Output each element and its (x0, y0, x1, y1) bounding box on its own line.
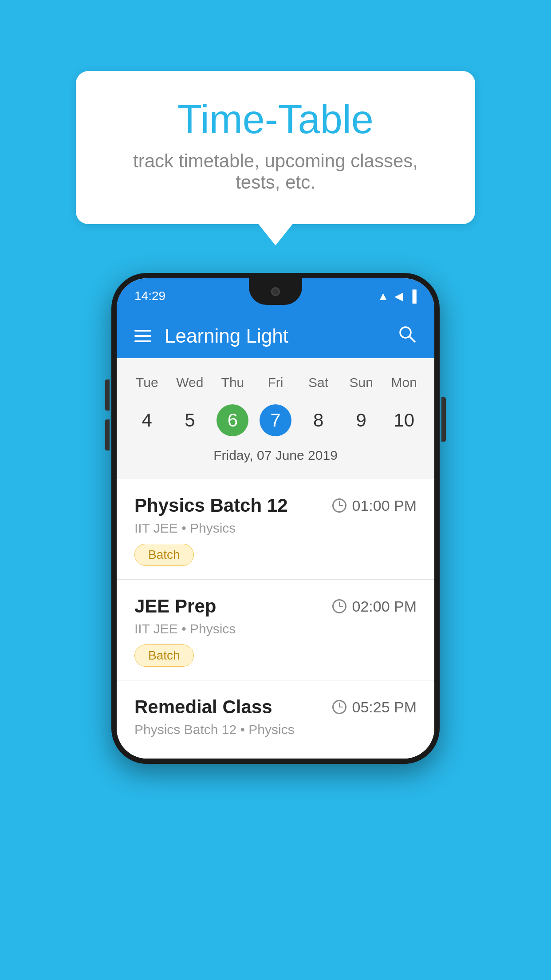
schedule-title-1: Physics Batch 12 (134, 495, 288, 516)
svg-line-1 (409, 336, 415, 342)
date-10[interactable]: 10 (382, 403, 425, 438)
day-sun: Sun (340, 371, 383, 394)
schedule-time-3: 05:25 PM (332, 699, 417, 716)
time-label-1: 01:00 PM (352, 497, 417, 514)
days-row: Tue Wed Thu Fri Sat Sun Mon (117, 367, 434, 398)
clock-icon-2 (332, 599, 346, 613)
date-selected-circle[interactable]: 7 (260, 404, 291, 436)
search-button[interactable] (397, 324, 417, 348)
date-5[interactable]: 5 (169, 403, 212, 438)
day-mon: Mon (382, 371, 425, 394)
schedule-meta-1: IIT JEE • Physics (134, 521, 417, 536)
batch-badge-2: Batch (134, 644, 194, 667)
menu-button[interactable] (134, 330, 151, 342)
power-button[interactable] (441, 397, 446, 442)
schedule-time-1: 01:00 PM (332, 497, 417, 514)
date-9[interactable]: 9 (340, 403, 383, 438)
speech-bubble: Time-Table track timetable, upcoming cla… (76, 71, 475, 224)
day-fri: Fri (254, 371, 297, 394)
clock-icon-3 (332, 700, 346, 714)
schedule-title-3: Remedial Class (134, 696, 272, 718)
time-label-2: 02:00 PM (352, 598, 417, 615)
volume-down-button[interactable] (105, 419, 110, 450)
calendar: Tue Wed Thu Fri Sat Sun Mon 4 5 6 7 (117, 358, 434, 479)
date-8[interactable]: 8 (297, 403, 340, 438)
schedule-meta-3: Physics Batch 12 • Physics (134, 722, 417, 737)
battery-icon: ▐ (409, 289, 417, 303)
camera (271, 287, 280, 296)
status-icons: ▲ ◀ ▐ (378, 289, 417, 303)
clock-icon-1 (332, 498, 346, 513)
schedule-title-2: JEE Prep (134, 596, 216, 617)
app-bar: Learning Light (117, 314, 434, 358)
day-thu: Thu (211, 371, 254, 394)
wifi-icon: ▲ (378, 289, 389, 303)
bubble-subtitle: track timetable, upcoming classes, tests… (111, 150, 440, 193)
date-4[interactable]: 4 (126, 403, 169, 438)
schedule-item-1[interactable]: Physics Batch 12 01:00 PM IIT JEE • Phys… (117, 479, 434, 580)
time-label-3: 05:25 PM (352, 699, 417, 716)
app-title: Learning Light (165, 325, 384, 347)
schedule-time-2: 02:00 PM (332, 598, 417, 615)
schedule-meta-2: IIT JEE • Physics (134, 621, 417, 636)
day-tue: Tue (126, 371, 169, 394)
schedule-item-2-header: JEE Prep 02:00 PM (134, 596, 417, 617)
schedule-item-3[interactable]: Remedial Class 05:25 PM Physics Batch 12… (117, 680, 434, 759)
phone-mockup: 14:29 ▲ ◀ ▐ Learning Light (111, 273, 440, 764)
bubble-title: Time-Table (111, 98, 440, 142)
status-time: 14:29 (134, 289, 165, 303)
phone-screen: 14:29 ▲ ◀ ▐ Learning Light (117, 278, 434, 759)
schedule-item-1-header: Physics Batch 12 01:00 PM (134, 495, 417, 516)
schedule-list: Physics Batch 12 01:00 PM IIT JEE • Phys… (117, 479, 434, 759)
date-6[interactable]: 6 (211, 403, 254, 438)
dates-row: 4 5 6 7 8 9 10 (117, 398, 434, 443)
volume-up-button[interactable] (105, 379, 110, 411)
day-wed: Wed (169, 371, 212, 394)
schedule-item-2[interactable]: JEE Prep 02:00 PM IIT JEE • Physics Batc… (117, 580, 434, 680)
day-sat: Sat (297, 371, 340, 394)
status-bar: 14:29 ▲ ◀ ▐ (117, 278, 434, 314)
date-today-circle[interactable]: 6 (216, 404, 248, 436)
date-7[interactable]: 7 (254, 403, 297, 438)
notch (249, 278, 302, 305)
phone-frame: 14:29 ▲ ◀ ▐ Learning Light (111, 273, 440, 764)
signal-icon: ◀ (394, 289, 403, 303)
batch-badge-1: Batch (134, 544, 194, 566)
schedule-item-3-header: Remedial Class 05:25 PM (134, 696, 417, 718)
selected-date-label: Friday, 07 June 2019 (117, 443, 434, 470)
